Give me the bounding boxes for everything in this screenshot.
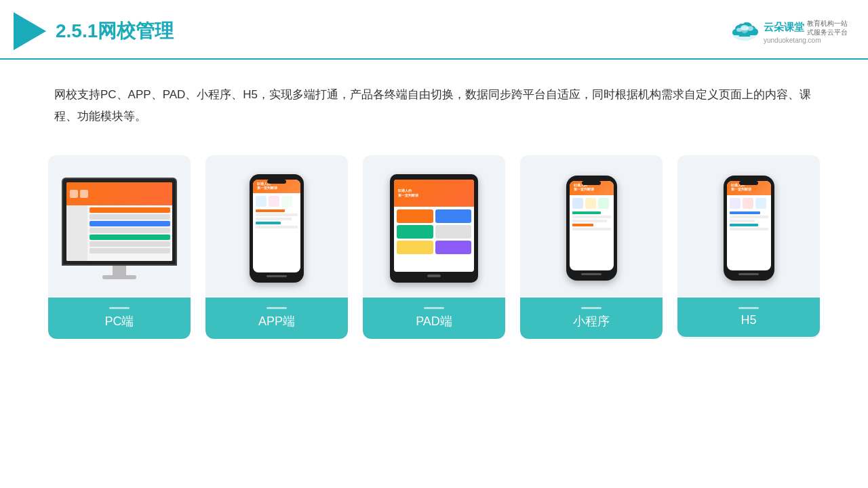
card-label-pad: PAD端 bbox=[363, 298, 505, 339]
phone-icons-row bbox=[727, 195, 771, 210]
pc-monitor bbox=[62, 178, 177, 279]
mini-icon bbox=[585, 198, 596, 209]
tablet-card bbox=[397, 225, 433, 239]
brand-slogan: 教育机构一站 式服务云平台 bbox=[807, 19, 848, 37]
phone-home-bar bbox=[267, 275, 287, 277]
mini-icon bbox=[755, 198, 766, 209]
brand-name: 云朵课堂 bbox=[764, 21, 804, 34]
content-row bbox=[572, 211, 601, 214]
tablet-screen: 职通人的第一堂判断课 bbox=[394, 180, 474, 272]
h5-image-area: 职通人的第一堂判断课 bbox=[677, 155, 820, 298]
screen-content bbox=[66, 182, 172, 261]
phone-icons-row bbox=[570, 195, 614, 210]
description-text: 网校支持PC、APP、PAD、小程序、H5，实现多端打通，产品各终端自由切换，数… bbox=[0, 60, 868, 142]
content-row bbox=[730, 220, 755, 222]
page-header: 2.5.1网校管理 云朵课堂 教育机构一站 式服务云平台 bbox=[0, 0, 868, 60]
screen-row bbox=[90, 221, 170, 226]
card-h5: 职通人的第一堂判断课 bbox=[677, 155, 820, 339]
card-miniprogram: 职通人的第一堂判断课 bbox=[520, 155, 663, 339]
card-label-pc: PC端 bbox=[48, 298, 191, 339]
screen-row bbox=[90, 228, 170, 233]
phone-mockup-h5: 职通人的第一堂判断课 bbox=[724, 176, 774, 281]
content-row bbox=[572, 224, 593, 226]
mini-icon bbox=[572, 198, 583, 209]
monitor-screen bbox=[66, 182, 172, 261]
screen-sidebar bbox=[66, 205, 87, 260]
card-pad: 职通人的第一堂判断课 PAD端 bbox=[363, 155, 505, 339]
phone-content-rows bbox=[727, 210, 771, 232]
tablet-home-bar bbox=[427, 274, 441, 277]
monitor-screen-outer bbox=[62, 178, 177, 266]
mini-icon bbox=[743, 198, 753, 209]
card-label-app: APP端 bbox=[205, 298, 348, 339]
content-row bbox=[256, 214, 298, 216]
brand-text-block: 云朵课堂 教育机构一站 式服务云平台 yunduoketang.com bbox=[764, 19, 848, 44]
brand-url: yunduoketang.com bbox=[764, 37, 821, 44]
phone-mockup-mini: 职通人的第一堂判断课 bbox=[566, 176, 617, 281]
monitor-base bbox=[102, 275, 136, 279]
phone-screen-mini: 职通人的第一堂判断课 bbox=[570, 181, 614, 270]
tablet-card bbox=[397, 241, 433, 254]
tablet-card bbox=[435, 225, 472, 239]
header-bar-item bbox=[80, 190, 88, 198]
screen-main bbox=[87, 205, 172, 260]
header-right: 云朵课堂 教育机构一站 式服务云平台 yunduoketang.com bbox=[730, 19, 848, 44]
miniprogram-image-area: 职通人的第一堂判断课 bbox=[520, 155, 663, 298]
mini-icon bbox=[256, 196, 267, 207]
screen-header-bar bbox=[66, 182, 172, 206]
phone-home-bar bbox=[581, 273, 601, 275]
brand-logo: 云朵课堂 教育机构一站 式服务云平台 yunduoketang.com bbox=[730, 19, 848, 44]
content-row bbox=[256, 218, 292, 220]
phone-screen-h5: 职通人的第一堂判断课 bbox=[727, 181, 771, 270]
content-row bbox=[256, 226, 298, 228]
tablet-screen-top: 职通人的第一堂判断课 bbox=[394, 180, 474, 207]
tablet-card bbox=[435, 209, 472, 223]
svg-point-7 bbox=[741, 25, 749, 30]
card-label-h5: H5 bbox=[677, 298, 820, 337]
page-title: 2.5.1网校管理 bbox=[56, 18, 174, 44]
phone-screen-app: 职通人的第一堂判断课 bbox=[253, 180, 300, 272]
phone-notch bbox=[739, 181, 758, 185]
card-pc: PC端 bbox=[48, 155, 191, 339]
card-app: 职通人的第一堂判断课 bbox=[205, 155, 348, 339]
mini-icon bbox=[730, 198, 741, 209]
app-image-area: 职通人的第一堂判断课 bbox=[205, 155, 348, 298]
screen-row bbox=[90, 207, 170, 213]
tablet-mockup: 职通人的第一堂判断课 bbox=[390, 174, 478, 283]
phone-content-rows bbox=[253, 208, 300, 230]
mini-icon bbox=[598, 198, 609, 209]
card-label-mini: 小程序 bbox=[520, 298, 663, 339]
header-bar-item bbox=[70, 190, 78, 198]
tablet-card bbox=[397, 209, 433, 223]
phone-mockup-app: 职通人的第一堂判断课 bbox=[250, 174, 304, 283]
phone-icons-row bbox=[253, 193, 300, 208]
monitor-stand bbox=[113, 266, 126, 275]
pc-image-area bbox=[48, 155, 191, 298]
device-cards-container: PC端 职通人的第一堂判断课 bbox=[0, 142, 868, 359]
phone-notch bbox=[582, 181, 601, 185]
description-paragraph: 网校支持PC、APP、PAD、小程序、H5，实现多端打通，产品各终端自由切换，数… bbox=[54, 84, 814, 128]
screen-row bbox=[90, 214, 170, 220]
content-row bbox=[730, 228, 768, 230]
logo-icon bbox=[14, 12, 46, 50]
tablet-banner-text: 职通人的第一堂判断课 bbox=[398, 188, 418, 198]
content-row bbox=[572, 220, 607, 222]
screen-row bbox=[90, 248, 170, 253]
content-row bbox=[572, 216, 611, 218]
tablet-screen-body bbox=[394, 207, 474, 257]
phone-notch bbox=[267, 180, 286, 184]
brand-name-label: 云朵课堂 教育机构一站 式服务云平台 bbox=[764, 19, 848, 37]
screen-row bbox=[90, 241, 170, 247]
header-left: 2.5.1网校管理 bbox=[14, 12, 174, 50]
mini-icon bbox=[269, 196, 279, 207]
content-row bbox=[572, 228, 611, 230]
pad-image-area: 职通人的第一堂判断课 bbox=[363, 155, 505, 298]
content-row bbox=[730, 224, 759, 226]
section-number: 2.5.1 bbox=[56, 20, 98, 41]
content-row bbox=[730, 216, 768, 218]
mini-icon bbox=[281, 196, 292, 207]
screen-row bbox=[90, 235, 170, 240]
phone-content-rows bbox=[570, 210, 614, 232]
phone-home-bar bbox=[738, 273, 759, 275]
title-text: 网校管理 bbox=[98, 20, 174, 41]
